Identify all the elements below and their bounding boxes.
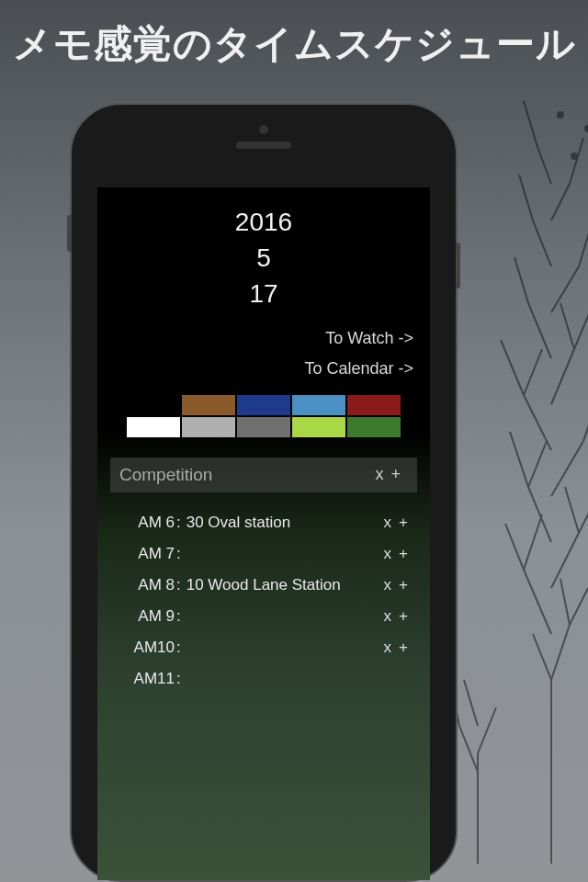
background-tree-silhouette: [441, 37, 588, 864]
color-swatch-darkred[interactable]: [347, 395, 401, 415]
color-swatch-white[interactable]: [127, 417, 180, 437]
schedule-row: AM 7 : x+: [110, 538, 417, 570]
color-swatch-lightgray[interactable]: [182, 417, 235, 437]
color-swatch-gray[interactable]: [237, 417, 290, 437]
schedule-row: AM10 : x+: [110, 632, 417, 663]
row-add-button[interactable]: +: [399, 576, 415, 594]
to-watch-link[interactable]: To Watch ->: [110, 329, 417, 348]
date-month[interactable]: 5: [110, 240, 417, 276]
title-input[interactable]: Competition: [119, 465, 212, 485]
schedule-row: AM 6 : 30 Oval station x+: [110, 507, 417, 538]
schedule-row: AM 9 : x+: [110, 601, 417, 632]
row-delete-button[interactable]: x: [384, 576, 400, 594]
color-swatch-lime[interactable]: [292, 417, 345, 437]
row-delete-button[interactable]: x: [384, 545, 400, 562]
row-add-button[interactable]: +: [399, 545, 415, 562]
phone-power-button: [456, 243, 460, 288]
color-palette: [110, 395, 417, 437]
svg-point-2: [571, 153, 577, 159]
time-label: AM 9: [112, 607, 175, 626]
time-label: AM11: [112, 670, 175, 688]
schedule-row: AM 8 : 10 Wood Lane Station x+: [110, 570, 417, 601]
row-delete-button[interactable]: x: [384, 514, 400, 531]
row-add-button[interactable]: +: [399, 607, 415, 625]
row-add-button[interactable]: +: [399, 639, 415, 656]
color-swatch-darkblue[interactable]: [237, 395, 290, 415]
color-swatch-lightblue[interactable]: [292, 395, 345, 415]
phone-speaker: [236, 141, 291, 149]
to-calendar-link[interactable]: To Calendar ->: [110, 359, 417, 379]
row-delete-button[interactable]: x: [384, 607, 400, 625]
time-label: AM 8: [112, 576, 175, 594]
svg-point-3: [558, 112, 563, 118]
time-label: AM10: [112, 639, 175, 657]
date-picker[interactable]: 2016 5 17: [110, 204, 417, 312]
date-year[interactable]: 2016: [110, 204, 417, 240]
row-delete-button[interactable]: x: [384, 639, 400, 656]
phone-mockup: 2016 5 17 To Watch -> To Calendar ->: [70, 103, 458, 882]
schedule-row: AM11 :: [110, 663, 417, 695]
color-swatch-green[interactable]: [347, 417, 401, 437]
title-input-row: Competition x+: [110, 458, 417, 492]
color-swatch-black[interactable]: [127, 395, 180, 415]
row-add-button[interactable]: +: [399, 514, 415, 531]
time-label: AM 7: [112, 545, 175, 563]
time-label: AM 6: [112, 514, 175, 532]
title-add-button[interactable]: +: [390, 465, 408, 483]
app-screen: 2016 5 17 To Watch -> To Calendar ->: [97, 187, 430, 880]
color-swatch-brown[interactable]: [182, 395, 235, 415]
schedule-entry[interactable]: 30 Oval station: [187, 514, 384, 532]
schedule-entry[interactable]: 10 Wood Lane Station: [187, 576, 384, 594]
schedule-list: AM 6 : 30 Oval station x+ AM 7 : x+ AM 8…: [110, 507, 417, 695]
phone-volume-button: [67, 215, 72, 252]
title-delete-button[interactable]: x: [375, 465, 390, 483]
date-day[interactable]: 17: [110, 276, 417, 311]
phone-camera: [259, 125, 268, 134]
